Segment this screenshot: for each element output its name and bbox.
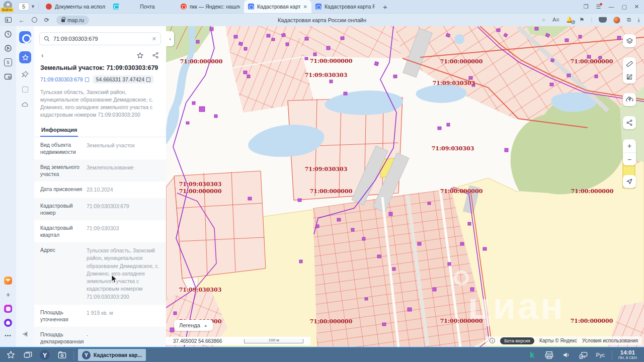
translate-icon[interactable]: А≡ bbox=[552, 17, 559, 23]
tab-count-value: 5 bbox=[18, 3, 29, 11]
tab-groups-icon[interactable]: 5 bbox=[4, 58, 12, 66]
layers-icon[interactable] bbox=[623, 34, 636, 47]
collapse-panel-button[interactable]: ‹ bbox=[166, 31, 174, 46]
yandex-disk-icon[interactable] bbox=[4, 319, 12, 327]
tab-cadastral-map-active[interactable]: Кадастровая карта Ро ✕ bbox=[244, 0, 311, 13]
browser-tab-bar: Войти 5 ▼ Документы на исполнен Почта пк… bbox=[0, 0, 644, 13]
coordinates-chip[interactable]: 54.666331 37.47424 bbox=[93, 75, 153, 83]
search-input[interactable]: 71:09:030303:679 ✕ bbox=[39, 32, 161, 45]
edit-icon[interactable] bbox=[623, 70, 636, 83]
more-icon[interactable]: ••• bbox=[4, 333, 12, 341]
beta-badge[interactable]: Бета-версия bbox=[500, 337, 534, 344]
zoom-out-button[interactable]: − bbox=[623, 152, 636, 165]
locate-control[interactable] bbox=[623, 175, 636, 188]
cadastral-map[interactable]: 71:00:00000071:00:00000071:09:03030371:0… bbox=[166, 26, 644, 347]
bookmark-icon[interactable]: ⚑ bbox=[580, 17, 585, 23]
screenshot-icon[interactable] bbox=[4, 72, 12, 80]
measure-edit-group bbox=[623, 57, 636, 83]
tabs-panel-icon[interactable]: ❐ bbox=[584, 4, 589, 10]
mail-favicon bbox=[113, 4, 119, 10]
map-favicon bbox=[315, 4, 321, 10]
upload-control[interactable] bbox=[623, 93, 636, 106]
taskbar-clock[interactable]: 14:01 ПН, 8 СЕН bbox=[618, 349, 637, 360]
tabs-copy-icon[interactable]: ⧉ bbox=[627, 17, 631, 23]
back-button[interactable]: ← bbox=[19, 17, 25, 23]
collapse-rail-icon[interactable] bbox=[21, 330, 29, 340]
tab-mail[interactable]: Почта bbox=[109, 0, 177, 13]
app-shortcut-icon[interactable] bbox=[4, 305, 12, 313]
cadastral-quarter-label: 71:09:030303 bbox=[179, 287, 222, 293]
browser-side-rail: 5 + ••• bbox=[0, 26, 16, 347]
devices-tray-icon[interactable] bbox=[576, 349, 591, 361]
yandex-mail-icon[interactable] bbox=[4, 277, 12, 285]
reload-button[interactable]: ⟳ bbox=[44, 17, 49, 23]
tab-documents[interactable]: Документы на исполнен bbox=[42, 0, 109, 13]
volume-tray-icon[interactable] bbox=[559, 349, 574, 361]
clear-search-icon[interactable]: ✕ bbox=[152, 36, 156, 42]
minimize-button[interactable]: — bbox=[608, 4, 614, 10]
share-map-icon[interactable] bbox=[623, 116, 636, 129]
active-task-button[interactable]: Y Кадастровая кар... bbox=[78, 349, 146, 361]
zoom-in-button[interactable]: + bbox=[623, 139, 636, 152]
printer-tray-icon[interactable] bbox=[542, 349, 557, 361]
extensions-icon[interactable]: ⁘ bbox=[541, 17, 546, 23]
copy-icon[interactable] bbox=[85, 77, 89, 82]
address-bar[interactable]: map.ru bbox=[56, 16, 89, 25]
pin-icon[interactable] bbox=[21, 70, 29, 78]
cadastral-quarter-label: 71:09:030303 bbox=[305, 166, 348, 172]
new-tab-button[interactable]: + bbox=[383, 3, 387, 11]
share-control[interactable] bbox=[623, 116, 636, 129]
tab-yandex-search[interactable]: пкк — Яндекс: нашлось bbox=[177, 0, 244, 13]
site-logo[interactable] bbox=[19, 31, 31, 43]
sidebar-toggle-icon[interactable] bbox=[5, 17, 12, 23]
favorites-button[interactable] bbox=[19, 51, 31, 63]
ruler-icon[interactable] bbox=[623, 57, 636, 70]
area-select-icon[interactable] bbox=[21, 85, 29, 94]
close-tab-icon[interactable]: ✕ bbox=[303, 4, 307, 10]
protect-icon[interactable] bbox=[32, 17, 37, 23]
cadastral-number-chip[interactable]: 71:09:030303:679 bbox=[40, 76, 89, 82]
folder-viewer-icon[interactable] bbox=[54, 349, 69, 361]
download-icon[interactable]: ⤓ bbox=[637, 17, 640, 23]
add-panel-icon[interactable]: + bbox=[4, 291, 12, 299]
close-window-button[interactable]: ✕ bbox=[634, 4, 639, 10]
tab-counter[interactable]: 5 ▼ bbox=[18, 3, 35, 11]
browser-profile[interactable]: Войти bbox=[0, 0, 16, 13]
panel-back-button[interactable]: ‹ bbox=[41, 51, 44, 59]
cadastral-quarter-label: 71:09:030303 bbox=[432, 145, 474, 152]
info-icon[interactable]: i bbox=[490, 338, 495, 343]
layers-control[interactable] bbox=[623, 34, 636, 47]
search-icon bbox=[44, 36, 50, 42]
history-icon[interactable] bbox=[4, 30, 12, 38]
copy-icon[interactable] bbox=[146, 77, 150, 82]
locate-icon[interactable] bbox=[623, 175, 636, 188]
terms-link[interactable]: Условия использования bbox=[582, 338, 638, 343]
pocket-icon[interactable] bbox=[599, 17, 607, 23]
upload-icon[interactable] bbox=[623, 93, 636, 106]
copyright-link[interactable]: Карты © Яндекс bbox=[539, 338, 577, 343]
share-icon[interactable] bbox=[152, 52, 159, 59]
maximize-button[interactable]: ▢ bbox=[621, 4, 626, 10]
documents-favicon bbox=[46, 4, 52, 10]
chevron-up-icon: ▲ bbox=[204, 323, 208, 328]
cloud-icon[interactable] bbox=[21, 101, 29, 109]
legend-button[interactable]: Легенда▲ bbox=[174, 320, 213, 331]
antivirus-tray-icon[interactable]: k bbox=[525, 349, 540, 361]
account-avatar[interactable] bbox=[613, 17, 620, 24]
play-icon[interactable] bbox=[4, 44, 12, 52]
menu-icon[interactable]: ☰ bbox=[596, 4, 601, 10]
cadastral-quarter-label: 71:00:000000 bbox=[440, 58, 483, 65]
language-indicator[interactable]: Рус bbox=[596, 352, 605, 358]
map-favicon bbox=[248, 4, 254, 10]
task-view-icon[interactable] bbox=[20, 349, 35, 361]
tab-label: Почта bbox=[122, 4, 173, 10]
bell-icon[interactable]: 🔔1 bbox=[566, 17, 573, 23]
yandex-browser-icon[interactable]: Y bbox=[37, 349, 52, 361]
date-value: ПН, 8 СЕН bbox=[618, 356, 637, 360]
start-menu-icon[interactable] bbox=[3, 349, 18, 361]
table-row: АдресТульская область, Заокский район, м… bbox=[34, 242, 166, 305]
signin-badge[interactable]: Войти bbox=[1, 8, 14, 12]
tab-cadastral-map-2[interactable]: Кадастровая карта Росс bbox=[311, 0, 379, 13]
tab-information[interactable]: Информация bbox=[40, 124, 78, 137]
favorite-star-icon[interactable] bbox=[136, 52, 144, 59]
